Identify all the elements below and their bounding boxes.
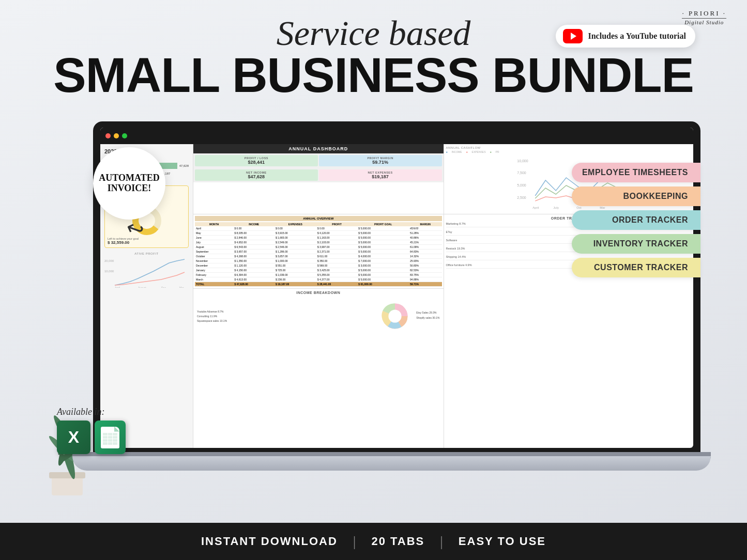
col-profit: PROFIT bbox=[316, 222, 357, 226]
dashboard-title: ANNUAL DASHBOARD bbox=[193, 144, 444, 153]
bottom-item-2: 20 TABS bbox=[371, 535, 424, 548]
dashboard-middle-top: ANNUAL DASHBOARD PROFIT / LOSS $28,441 P… bbox=[193, 144, 444, 214]
feature-tag-4: CUSTOMER TRACKER bbox=[572, 258, 700, 277]
youtube-play-icon bbox=[571, 33, 576, 40]
svg-text:2,500: 2,500 bbox=[517, 196, 526, 199]
excel-icon: X bbox=[57, 421, 90, 454]
income-breakdown-title: INCOME BREAKDOWN bbox=[195, 291, 441, 294]
table-row: September$ 3,657.00$ 1,286.00$ 2,371.00$… bbox=[195, 250, 442, 254]
col-goal: PROFIT GOAL bbox=[357, 222, 409, 226]
table-row: May$ 8,035.00$ 3,915.00$ 4,120.00$ 5,000… bbox=[195, 231, 442, 236]
profit-loss-stat: PROFIT / LOSS $28,441 bbox=[195, 155, 318, 166]
excel-letter: X bbox=[68, 428, 79, 447]
window-minimize-dot bbox=[114, 133, 119, 138]
bottom-separator-2: | bbox=[440, 533, 443, 550]
callout-bubble: AUTOMATED INVOICE! bbox=[93, 147, 165, 220]
laptop-base bbox=[72, 456, 711, 471]
table-row: April$ 0.00$ 0.00$ 0.00$ 5,000.00#DIV/0! bbox=[195, 226, 442, 231]
bottom-item-1: INSTANT DOWNLOAD bbox=[201, 535, 338, 548]
col-expenses: EXPENSES bbox=[275, 222, 316, 226]
cumulative-profit-chart: 20,000 10,000 April August Dec Mar bbox=[104, 257, 187, 288]
callout-line1: AUTOMATED bbox=[99, 173, 159, 183]
annual-overview: ANNUAL OVERVIEW MONTH INCOME EXPENSES PR… bbox=[193, 214, 444, 288]
window-close-dot bbox=[105, 133, 111, 138]
breakdown-labels: Youtube Adsense 8.7%Consulting 11.9%Squa… bbox=[197, 308, 374, 324]
cashflow-legend: ■INCOME ■EXPENSES ■PR bbox=[446, 150, 692, 153]
overview-table: MONTH INCOME EXPENSES PROFIT PROFIT GOAL… bbox=[195, 222, 442, 287]
profit-loss-value: $28,441 bbox=[197, 160, 315, 165]
table-row: June$ 2,846.00$ 1,683.00$ 1,163.00$ 5,00… bbox=[195, 236, 442, 240]
cumulative-profit-area: ATIVE PROFIT 20,000 10,000 April August … bbox=[104, 252, 189, 288]
app-icons: X bbox=[57, 421, 126, 454]
sheets-fold bbox=[114, 427, 119, 432]
net-expenses-stat: NET EXPENSES $19,187 bbox=[319, 169, 442, 181]
main-title: SMALL BUSINESS BUNDLE bbox=[0, 51, 747, 100]
table-row: January$ 4,150.00$ 725.00$ 3,425.00$ 5,0… bbox=[195, 268, 442, 273]
cashflow-title: ANNUAL CASHFLOW bbox=[446, 146, 692, 149]
svg-text:Mar: Mar bbox=[179, 286, 184, 288]
svg-text:10,000: 10,000 bbox=[104, 270, 114, 273]
bottom-bar: INSTANT DOWNLOAD | 20 TABS | EASY TO USE bbox=[0, 523, 747, 560]
google-sheets-icon bbox=[95, 421, 126, 454]
svg-text:20,000: 20,000 bbox=[104, 259, 114, 262]
breakdown-item: Squarespace sales 10.1% bbox=[197, 319, 374, 322]
income-value: 47,628 bbox=[179, 164, 189, 167]
stats-row-2: NET INCOME $47,628 NET EXPENSES $19,187 bbox=[193, 168, 444, 182]
net-expenses-value: $19,187 bbox=[322, 174, 439, 179]
annual-overview-panel: ANNUAL OVERVIEW MONTH INCOME EXPENSES PR… bbox=[193, 214, 444, 448]
feature-tag-2: ORDER TRACKER bbox=[572, 210, 700, 230]
breakdown-item: Youtube Adsense 8.7% bbox=[197, 310, 374, 313]
breakdown-right-item: Etsy Sales 29.3% bbox=[416, 311, 439, 314]
youtube-icon bbox=[563, 29, 583, 43]
youtube-badge-text: Includes a YouTube tutorial bbox=[588, 32, 686, 41]
table-row: November$ 1,350.00$ 1,000.00$ 350.00$ 7,… bbox=[195, 259, 442, 263]
available-in-section: Available in: X bbox=[57, 407, 126, 454]
svg-text:July: July bbox=[553, 206, 559, 209]
svg-text:April: April bbox=[115, 286, 120, 288]
col-month: MONTH bbox=[195, 222, 233, 226]
bottom-separator-1: | bbox=[353, 533, 356, 550]
income-breakdown-panel: INCOME BREAKDOWN Youtube Adsense 8.7%Con… bbox=[193, 288, 444, 338]
cumulative-profit-label: ATIVE PROFIT bbox=[104, 252, 189, 255]
table-row: December$ 1,120.00$ 551.00$ 569.00$ 3,00… bbox=[195, 263, 442, 268]
sheets-inner bbox=[101, 427, 119, 448]
overview-title: ANNUAL OVERVIEW bbox=[195, 216, 442, 221]
sheets-grid bbox=[103, 433, 117, 446]
feature-tag-1: BOOKKEEPING bbox=[572, 186, 700, 206]
breakdown-item: Consulting 11.9% bbox=[197, 315, 374, 318]
income-pie-chart bbox=[377, 298, 413, 334]
breakdown-right-item: Shopify sales 30.1% bbox=[416, 316, 439, 319]
svg-text:April: April bbox=[532, 206, 539, 209]
table-row: March$ 4,613.00$ 236.00$ 4,377.00$ 5,000… bbox=[195, 277, 442, 282]
table-row: February$ 6,394.00$ 1,039.00$ 5,355.00$ … bbox=[195, 273, 442, 277]
table-row: August$ 6,543.00$ 2,546.00$ 3,997.00$ 5,… bbox=[195, 245, 442, 250]
feature-tag-0: EMPLOYEE TIMESHEETS bbox=[572, 163, 700, 182]
table-row: July$ 4,652.00$ 2,549.00$ 2,103.00$ 5,00… bbox=[195, 240, 442, 245]
svg-text:5,000: 5,000 bbox=[517, 183, 526, 187]
svg-text:August: August bbox=[138, 286, 146, 288]
stats-row: PROFIT / LOSS $28,441 PROFIT MARGIN 59.7… bbox=[193, 153, 444, 168]
svg-text:7,500: 7,500 bbox=[517, 171, 526, 175]
income-breakdown-content: Youtube Adsense 8.7%Consulting 11.9%Squa… bbox=[195, 297, 441, 336]
feature-tags: EMPLOYEE TIMESHEETSBOOKKEEPINGORDER TRAC… bbox=[572, 163, 700, 277]
table-row: October$ 4,268.00$ 3,657.00$ 611.00$ 4,0… bbox=[195, 254, 442, 259]
callout-line2: INVOICE! bbox=[108, 183, 151, 194]
breakdown-right-labels: Etsy Sales 29.3%Shopify sales 30.1% bbox=[416, 311, 439, 321]
left-to-goal-value: $ 32,559.00 bbox=[108, 240, 186, 245]
window-maximize-dot bbox=[122, 133, 127, 138]
feature-tag-3: INVENTORY TRACKER bbox=[572, 234, 700, 254]
net-income-value: $47,628 bbox=[197, 174, 315, 179]
col-margin: MARGIN bbox=[409, 222, 441, 226]
profit-margin-value: 59.71% bbox=[322, 160, 439, 165]
svg-text:Dec: Dec bbox=[161, 286, 166, 288]
screen-header bbox=[100, 128, 693, 144]
youtube-badge[interactable]: Includes a YouTube tutorial bbox=[556, 25, 695, 48]
svg-text:10,000: 10,000 bbox=[517, 159, 528, 163]
net-income-stat: NET INCOME $47,628 bbox=[195, 169, 318, 181]
bottom-item-3: EASY TO USE bbox=[459, 535, 546, 548]
profit-margin-stat: PROFIT MARGIN 59.71% bbox=[319, 155, 442, 166]
table-total-row: TOTAL$ 47,628.00$ 19,187.00$ 28,441.00$ … bbox=[195, 282, 442, 287]
col-income: INCOME bbox=[233, 222, 274, 226]
svg-point-25 bbox=[389, 309, 402, 322]
available-in-label: Available in: bbox=[57, 407, 126, 417]
